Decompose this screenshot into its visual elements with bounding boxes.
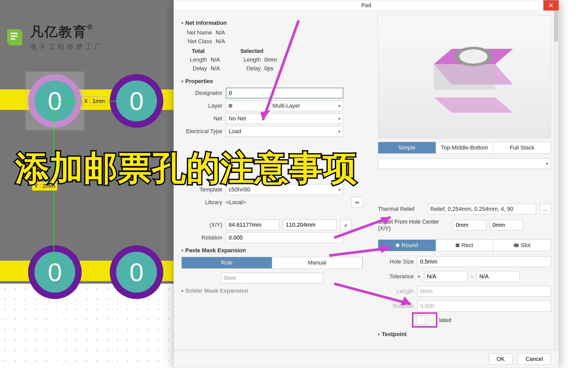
svg-point-7 xyxy=(459,49,487,64)
fullstack-tab[interactable]: Full Stack xyxy=(493,142,551,153)
offset-y-input[interactable] xyxy=(490,220,523,231)
cancel-button[interactable]: Cancel xyxy=(518,353,551,365)
scrollbar[interactable] xyxy=(554,10,559,350)
pad-hole: 0 xyxy=(116,80,157,121)
dialog-footer: OK Cancel xyxy=(174,350,559,368)
svg-marker-14 xyxy=(380,244,390,253)
annotation-arrow-3 xyxy=(327,240,398,261)
stack-tabs: Simple Top-Middle-Bottom Full Stack xyxy=(378,142,551,154)
svg-rect-2 xyxy=(11,38,15,39)
hole-shape-tabs: Round Rect Slot xyxy=(378,239,551,251)
y-input[interactable] xyxy=(283,220,337,230)
svg-marker-8 xyxy=(434,97,513,113)
plated-label: lated xyxy=(439,317,451,324)
ok-button[interactable]: OK xyxy=(489,353,513,365)
pad-hole: 0 xyxy=(34,252,75,293)
svg-line-15 xyxy=(334,284,411,304)
annotation-arrow-4 xyxy=(332,279,419,309)
hole-length-input xyxy=(417,286,551,297)
brand-logo: 凡亿教育® 电子工程师梦工厂 xyxy=(3,23,104,51)
svg-rect-1 xyxy=(11,35,18,37)
svg-line-11 xyxy=(334,217,390,238)
pad-3d-preview[interactable] xyxy=(378,16,551,138)
rotation-input[interactable] xyxy=(226,232,343,243)
rect-tab[interactable]: Rect xyxy=(436,240,494,251)
dialog-titlebar: Pad ✕ xyxy=(174,0,559,10)
pad-hole: 0 xyxy=(116,252,157,293)
close-button[interactable]: ✕ xyxy=(543,0,559,10)
simple-tab[interactable]: Simple xyxy=(378,142,436,153)
thermal-relief-value: Relief, 0.254mm, 0.254mm, 4, 90 xyxy=(427,204,536,214)
rule-tab[interactable]: Rule xyxy=(182,257,272,268)
paste-mask-value[interactable] xyxy=(221,273,323,283)
plated-checkbox[interactable] xyxy=(416,316,425,325)
highlight-box xyxy=(412,312,437,328)
section-testpoint[interactable]: Testpoint xyxy=(378,331,551,338)
tol-plus-input[interactable] xyxy=(424,271,468,282)
thermal-edit-button[interactable]: … xyxy=(540,204,551,214)
logo-icon xyxy=(3,26,26,49)
offset-x-input[interactable] xyxy=(453,220,486,231)
slot-tab[interactable]: Slot xyxy=(493,240,551,251)
x-input[interactable] xyxy=(226,220,279,230)
hole-rotation-input xyxy=(417,301,551,312)
svg-line-9 xyxy=(263,20,299,120)
shape-select[interactable] xyxy=(378,158,551,169)
annotation-arrow-1 xyxy=(253,18,304,125)
tmb-tab[interactable]: Top-Middle-Bottom xyxy=(436,142,494,153)
annotation-arrow-2 xyxy=(332,210,398,240)
svg-marker-10 xyxy=(260,110,271,120)
ruler-x-label: X : 1mm xyxy=(82,97,107,106)
etype-select[interactable]: Load xyxy=(226,126,343,137)
svg-marker-4 xyxy=(434,64,495,90)
library-link-button[interactable]: ⇔ xyxy=(351,197,363,208)
dialog-title: Pad xyxy=(361,2,371,9)
tol-minus-input[interactable] xyxy=(476,271,520,282)
svg-rect-0 xyxy=(11,33,18,34)
overlay-title: 添加邮票孔的注意事项 xyxy=(15,146,357,191)
pad-3d-icon xyxy=(411,33,518,120)
hole-size-input[interactable] xyxy=(417,256,551,267)
